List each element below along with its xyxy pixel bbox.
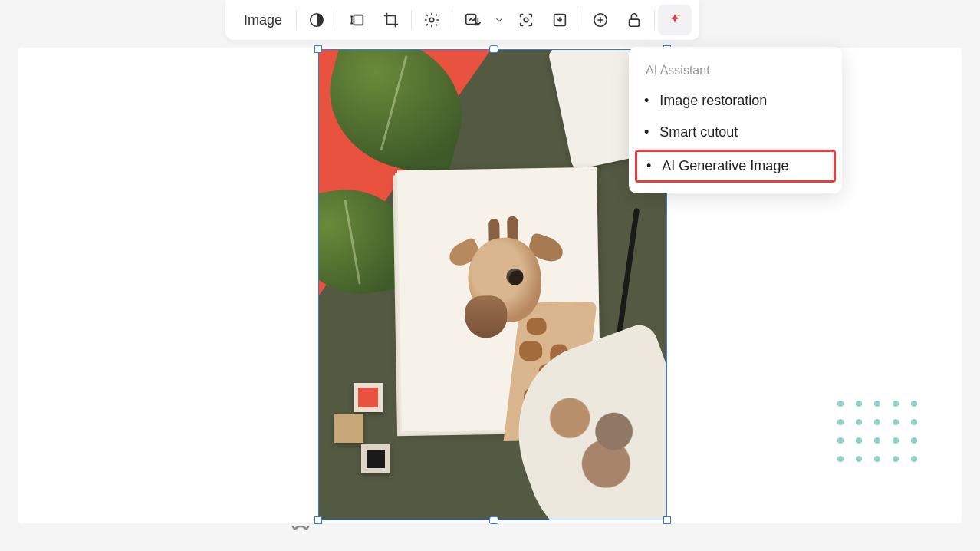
chevron-down-icon: [494, 15, 505, 25]
resize-button[interactable]: [340, 5, 374, 35]
toolbar-label: Image: [233, 12, 293, 28]
rotate-handle[interactable]: [290, 522, 311, 546]
dropdown-item-label: AI Generative Image: [662, 158, 788, 174]
crop-icon: [383, 12, 400, 28]
unlock-button[interactable]: [617, 5, 651, 35]
rotate-icon: [290, 522, 311, 543]
settings-icon: [423, 12, 440, 28]
divider: [580, 10, 580, 30]
dropdown-item-image-restoration[interactable]: Image restoration: [629, 85, 842, 117]
contrast-button[interactable]: [300, 5, 334, 35]
crop-button[interactable]: [374, 5, 408, 35]
download-button[interactable]: [543, 5, 577, 35]
dropdown-title: AI Assistant: [629, 61, 842, 85]
svg-point-4: [524, 18, 528, 22]
divider: [452, 10, 452, 30]
svg-rect-1: [354, 15, 363, 25]
settings-button[interactable]: [415, 5, 449, 35]
focus-icon: [518, 12, 534, 28]
download-icon: [551, 12, 568, 28]
divider: [411, 10, 412, 30]
resize-icon: [349, 12, 366, 28]
image-toolbar: Image: [225, 0, 699, 40]
resize-handle-bottom-middle[interactable]: [489, 516, 498, 524]
resize-handle-bottom-right[interactable]: [663, 516, 671, 524]
ai-assistant-dropdown: AI Assistant Image restoration Smart cut…: [629, 47, 842, 193]
dropdown-item-smart-cutout[interactable]: Smart cutout: [629, 117, 842, 148]
resize-handle-top-left[interactable]: [314, 45, 322, 53]
dropdown-item-ai-generative-image[interactable]: AI Generative Image: [635, 150, 836, 183]
divider: [296, 10, 297, 30]
selected-image-frame[interactable]: [318, 49, 667, 520]
replace-button[interactable]: [455, 5, 489, 35]
dropdown-item-label: Smart cutout: [659, 124, 738, 140]
replace-dropdown-button[interactable]: [489, 5, 509, 35]
svg-point-2: [429, 18, 434, 22]
focus-button[interactable]: [509, 5, 543, 35]
ai-assistant-button[interactable]: [658, 5, 692, 35]
unlock-icon: [626, 12, 643, 28]
image-content[interactable]: [319, 50, 666, 520]
svg-rect-7: [630, 19, 640, 26]
resize-handle-bottom-left[interactable]: [314, 516, 322, 524]
ai-sparkle-icon: [666, 12, 683, 28]
add-icon: [592, 12, 609, 28]
add-button[interactable]: [584, 5, 617, 35]
dropdown-item-label: Image restoration: [659, 93, 767, 109]
divider: [654, 10, 655, 30]
replace-icon: [464, 12, 481, 28]
resize-handle-top-middle[interactable]: [489, 45, 498, 53]
divider: [337, 10, 337, 30]
contrast-icon: [308, 12, 325, 28]
decorative-dot-grid: [837, 401, 917, 480]
